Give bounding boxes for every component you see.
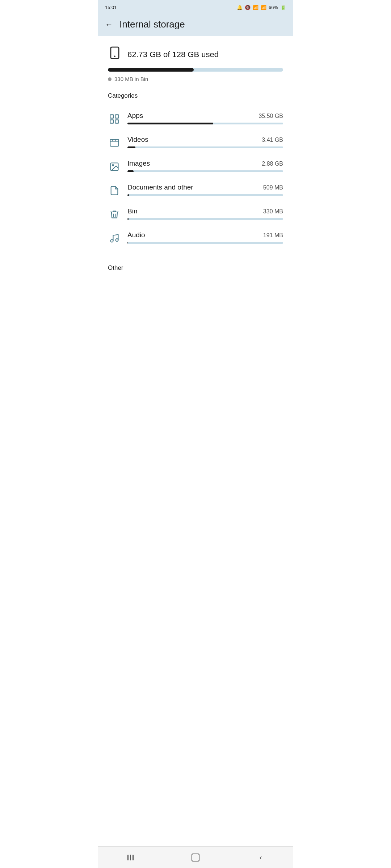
audio-name: Audio xyxy=(127,231,145,239)
storage-progress-fill xyxy=(108,68,194,72)
storage-used-text: 62.73 GB of 128 GB used xyxy=(127,50,219,59)
svg-point-13 xyxy=(116,239,118,241)
svg-point-12 xyxy=(111,240,113,242)
videos-bar xyxy=(127,146,283,148)
bin-icon xyxy=(108,208,121,221)
images-size: 2.88 GB xyxy=(262,161,283,167)
main-content: 62.73 GB of 128 GB used 330 MB in Bin Ca… xyxy=(98,36,293,257)
category-item-audio[interactable]: Audio 191 MB xyxy=(108,226,283,250)
documents-name: Documents and other xyxy=(127,183,193,191)
bin-bar xyxy=(127,218,283,220)
battery-icon: 🔋 xyxy=(280,5,286,10)
bin-details: Bin 330 MB xyxy=(127,207,283,220)
category-item-images[interactable]: Images 2.88 GB xyxy=(108,154,283,178)
documents-size: 509 MB xyxy=(263,184,283,191)
videos-icon xyxy=(108,136,121,149)
page-header: ← Internal storage xyxy=(98,14,293,36)
videos-name: Videos xyxy=(127,136,148,144)
back-button[interactable]: ← xyxy=(105,20,113,29)
device-icon xyxy=(108,46,122,63)
bin-bar-fill xyxy=(127,218,129,220)
audio-size: 191 MB xyxy=(263,232,283,239)
storage-summary: 62.73 GB of 128 GB used xyxy=(108,46,283,63)
signal-icon: 📶 xyxy=(261,5,266,10)
status-icons: 🔔 🔇 📶 📶 66% 🔋 xyxy=(237,5,286,10)
mute-icon: 🔇 xyxy=(245,5,251,10)
apps-details: Apps 35.50 GB xyxy=(127,112,283,124)
svg-rect-3 xyxy=(115,115,118,118)
status-time: 15:01 xyxy=(105,5,117,10)
bin-dot-icon xyxy=(108,77,112,81)
images-bar xyxy=(127,170,283,172)
category-item-videos[interactable]: Videos 3.41 GB xyxy=(108,131,283,154)
images-name: Images xyxy=(127,159,150,167)
status-bar: 15:01 🔔 🔇 📶 📶 66% 🔋 xyxy=(98,0,293,14)
apps-bar-fill xyxy=(127,123,213,124)
documents-bar xyxy=(127,194,283,196)
documents-bar-fill xyxy=(127,194,129,196)
wifi-icon: 📶 xyxy=(253,5,258,10)
documents-icon xyxy=(108,184,121,197)
category-item-bin[interactable]: Bin 330 MB xyxy=(108,202,283,226)
videos-size: 3.41 GB xyxy=(262,137,283,143)
audio-icon xyxy=(108,232,121,245)
videos-details: Videos 3.41 GB xyxy=(127,136,283,148)
svg-rect-6 xyxy=(110,140,118,146)
storage-progress-bar xyxy=(108,68,283,72)
svg-point-11 xyxy=(112,165,114,166)
bin-info: 330 MB in Bin xyxy=(108,76,283,82)
bin-info-text: 330 MB in Bin xyxy=(114,76,148,82)
apps-name: Apps xyxy=(127,112,143,120)
other-section-label: Other xyxy=(108,264,123,271)
svg-rect-2 xyxy=(110,115,113,118)
categories-section-label: Categories xyxy=(108,92,283,99)
audio-details: Audio 191 MB xyxy=(127,231,283,244)
other-section: Other xyxy=(98,257,293,275)
category-item-apps[interactable]: Apps 35.50 GB xyxy=(108,107,283,131)
images-bar-fill xyxy=(127,170,134,172)
images-details: Images 2.88 GB xyxy=(127,159,283,172)
videos-bar-fill xyxy=(127,146,135,148)
apps-size: 35.50 GB xyxy=(258,113,283,119)
category-item-documents[interactable]: Documents and other 509 MB xyxy=(108,178,283,202)
page-title: Internal storage xyxy=(119,19,185,30)
apps-icon xyxy=(108,112,121,125)
apps-bar xyxy=(127,123,283,124)
audio-bar xyxy=(127,242,283,244)
bin-name: Bin xyxy=(127,207,137,215)
svg-rect-4 xyxy=(110,120,113,123)
battery-text: 66% xyxy=(269,5,278,10)
documents-details: Documents and other 509 MB xyxy=(127,183,283,196)
bin-size: 330 MB xyxy=(263,208,283,215)
alarm-icon: 🔔 xyxy=(237,5,243,10)
images-icon xyxy=(108,160,121,173)
svg-rect-5 xyxy=(115,120,118,123)
audio-bar-fill xyxy=(127,242,128,244)
